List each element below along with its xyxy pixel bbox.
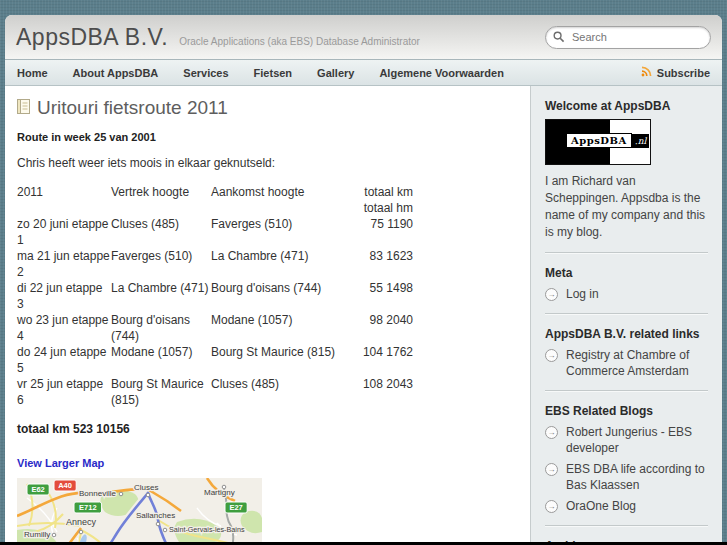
subscribe-label: Subscribe <box>657 67 710 79</box>
table-row: di 22 jun etappe 3La Chambre (471)Bourg … <box>17 280 518 312</box>
svg-text:E62: E62 <box>31 485 44 494</box>
arrow-bullet-icon: → <box>545 288 558 301</box>
site-subtitle: Oracle Applications (aka EBS) Database A… <box>179 36 420 47</box>
sidebar-section-meta: Meta →Log in <box>545 266 708 302</box>
site-card: AppsDBA B.V. Oracle Applications (aka EB… <box>5 15 722 545</box>
post-intro: Chris heeft weer iets moois in elkaar ge… <box>17 156 518 170</box>
map-town-label: Saint-Gervais-les-Bains <box>169 525 245 534</box>
subscribe-link[interactable]: Subscribe <box>641 66 710 79</box>
sidebar-divider <box>545 252 708 254</box>
arrow-bullet-icon: → <box>545 500 558 513</box>
svg-text:E712: E712 <box>79 503 97 512</box>
nav-item-algemene-voorwaarden[interactable]: Algemene Voorwaarden <box>379 67 504 79</box>
sidebar-divider <box>545 390 708 392</box>
table-header-row: 2011Vertrek hoogteAankomst hoogtetotaal … <box>17 184 518 216</box>
map-town-label: Annecy <box>66 517 97 527</box>
nav-item-gallery[interactable]: Gallery <box>317 67 354 79</box>
table-row: wo 23 jun etappe 4Bourg d'oisans (744)Mo… <box>17 312 518 344</box>
svg-text:E27: E27 <box>229 503 242 512</box>
table-row: do 24 jun etappe 5Modane (1057)Bourg St … <box>17 344 518 376</box>
sidebar-section-ebs-blogs: EBS Related Blogs →Robert Jungerius - EB… <box>545 404 708 514</box>
nav-item-fietsen[interactable]: Fietsen <box>254 67 293 79</box>
site-title: AppsDBA B.V. <box>16 24 168 51</box>
search-input[interactable] <box>570 30 703 44</box>
logo-text: AppsDBA <box>566 133 632 148</box>
view-larger-map-link[interactable]: View Larger Map <box>17 457 104 469</box>
blog-link[interactable]: →EBS DBA life according to Bas Klaassen <box>545 461 708 493</box>
ebs-blogs-heading: EBS Related Blogs <box>545 404 708 418</box>
map-road-shield: A40 <box>54 480 76 491</box>
map-town-label: Sallanches <box>136 511 175 520</box>
ebs-blogs-list: →Robert Jungerius - EBS developer→EBS DB… <box>545 424 708 514</box>
post-title-text: Uritouri fietsroute 2011 <box>37 97 228 119</box>
blog-link[interactable]: →Robert Jungerius - EBS developer <box>545 424 708 456</box>
related-links-list: →Registry at Chambre of Commerce Amsterd… <box>545 347 708 379</box>
map-town-label: Bonneville <box>79 489 116 498</box>
table-row: zo 20 juni etappe 1Cluses (485)Faverges … <box>17 216 518 248</box>
search-box[interactable] <box>545 26 711 49</box>
map-town-label: Martigny <box>204 488 235 497</box>
post-subtitle: Route in week 25 van 2001 <box>17 131 518 143</box>
document-icon <box>17 97 30 119</box>
route-map[interactable]: BonnevilleClusesMartignySallanchesAnnecy… <box>17 478 262 545</box>
map-road-shield: E712 <box>74 502 102 513</box>
sidebar-section-related-links: AppsDBA B.V. related links →Registry at … <box>545 327 708 379</box>
rss-icon <box>641 66 652 79</box>
related-link[interactable]: →Registry at Chambre of Commerce Amsterd… <box>545 347 708 379</box>
main-content: Uritouri fietsroute 2011 Route in week 2… <box>5 86 530 545</box>
blog-link[interactable]: →OraOne Blog <box>545 498 708 514</box>
appsdba-logo: AppsDBA .nl <box>545 119 651 165</box>
content-row: Uritouri fietsroute 2011 Route in week 2… <box>5 86 722 545</box>
arrow-bullet-icon: → <box>545 463 558 476</box>
post-title[interactable]: Uritouri fietsroute 2011 <box>17 97 518 119</box>
sidebar: Welcome at AppsDBA AppsDBA .nl I am Rich… <box>530 86 722 545</box>
map-town-label: Rumilly <box>24 530 50 539</box>
svg-text:A40: A40 <box>58 481 72 490</box>
nav-item-services[interactable]: Services <box>183 67 228 79</box>
logo-suffix: .nl <box>632 134 650 148</box>
nav-item-about-appsdba[interactable]: About AppsDBA <box>73 67 159 79</box>
site-title-group: AppsDBA B.V. Oracle Applications (aka EB… <box>16 24 420 51</box>
map-town-label: Cluses <box>134 483 158 492</box>
meta-heading: Meta <box>545 266 708 280</box>
totals-line: totaal km 523 10156 <box>17 422 518 436</box>
main-nav: HomeAbout AppsDBAServicesFietsenGalleryA… <box>5 59 722 86</box>
table-row: ma 21 jun etappe 2Faverges (510)La Chamb… <box>17 248 518 280</box>
nav-item-home[interactable]: Home <box>17 67 48 79</box>
sidebar-divider <box>545 525 708 527</box>
arrow-bullet-icon: → <box>545 349 558 362</box>
arrow-bullet-icon: → <box>545 426 558 439</box>
meta-list: →Log in <box>545 286 708 302</box>
table-row: vr 25 jun etappe 6Bourg St Maurice (815)… <box>17 376 518 408</box>
etappe-table: 2011Vertrek hoogteAankomst hoogtetotaal … <box>17 184 518 408</box>
related-links-heading: AppsDBA B.V. related links <box>545 327 708 341</box>
map-road-shield: E27 <box>225 502 247 513</box>
sidebar-divider <box>545 313 708 315</box>
search-icon <box>553 31 565 43</box>
page-background: { "header": { "site_title": "AppsDBA B.V… <box>0 0 727 545</box>
site-header: AppsDBA B.V. Oracle Applications (aka EB… <box>5 15 722 59</box>
about-text: I am Richard van Scheppingen. Appsdba is… <box>545 173 708 241</box>
welcome-heading: Welcome at AppsDBA <box>545 99 708 113</box>
sidebar-section-welcome: Welcome at AppsDBA AppsDBA .nl I am Rich… <box>545 99 708 241</box>
nav-list: HomeAbout AppsDBAServicesFietsenGalleryA… <box>17 67 529 79</box>
meta-link[interactable]: →Log in <box>545 286 708 302</box>
map-road-shield: E62 <box>27 484 49 495</box>
